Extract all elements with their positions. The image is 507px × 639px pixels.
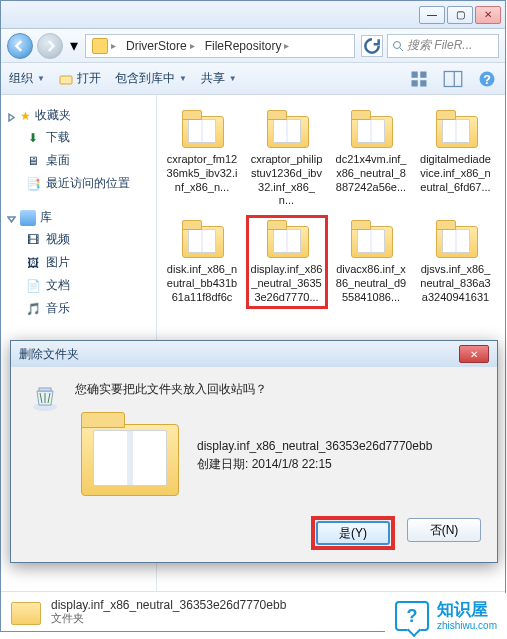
picture-icon: 🖼 (25, 255, 41, 271)
folder-item[interactable]: cxraptor_philipstuv1236d_ibv32.inf_x86_n… (248, 107, 326, 211)
document-icon: 📄 (25, 278, 41, 294)
svg-rect-6 (420, 80, 426, 86)
dialog-created: 创建日期: 2014/1/8 22:15 (197, 455, 432, 473)
svg-line-1 (400, 48, 403, 51)
breadcrumb-seg[interactable]: DriverStore (126, 39, 187, 53)
refresh-button[interactable] (361, 35, 383, 57)
search-input[interactable]: 搜索 FileR... (387, 34, 499, 58)
svg-rect-12 (39, 388, 51, 391)
svg-rect-4 (420, 71, 426, 77)
svg-rect-5 (412, 80, 418, 86)
folder-preview-icon (75, 410, 185, 500)
nav-history-dropdown[interactable]: ▾ (67, 36, 81, 56)
download-icon: ⬇ (25, 130, 41, 146)
delete-dialog: 删除文件夹 ✕ 您确实要把此文件夹放入回收站吗？ display.inf_x86… (10, 340, 498, 563)
library-icon (20, 210, 36, 226)
video-icon: 🎞 (25, 232, 41, 248)
folder-item-selected[interactable]: display.inf_x86_neutral_36353e26d7770... (248, 217, 326, 307)
forward-button[interactable] (37, 33, 63, 59)
tree-desktop[interactable]: 🖥桌面 (7, 149, 150, 172)
folder-item[interactable]: dc21x4vm.inf_x86_neutral_8887242a56e... (332, 107, 410, 211)
folder-icon (92, 38, 108, 54)
open-button[interactable]: 打开 (59, 70, 101, 87)
preview-pane-button[interactable] (443, 69, 463, 89)
watermark-icon: ? (395, 601, 429, 631)
help-button[interactable]: ? (477, 69, 497, 89)
folder-item[interactable]: disk.inf_x86_neutral_bb431b61a11f8df6c (163, 217, 241, 307)
open-icon (59, 72, 73, 86)
yes-button[interactable]: 是(Y) (316, 521, 390, 545)
watermark-name: 知识屋 (437, 601, 497, 620)
tree-documents[interactable]: 📄文档 (7, 274, 150, 297)
dialog-filename: display.inf_x86_neutral_36353e26d7770ebb (197, 437, 432, 455)
star-icon: ★ (20, 109, 31, 123)
recycle-icon (29, 381, 61, 413)
svg-rect-2 (60, 76, 72, 84)
search-placeholder: 搜索 FileR... (407, 37, 472, 54)
music-icon: 🎵 (25, 301, 41, 317)
include-library-menu[interactable]: 包含到库中▼ (115, 70, 187, 87)
folder-item[interactable]: cxraptor_fm1236mk5_ibv32.inf_x86_n... (163, 107, 241, 211)
maximize-button[interactable]: ▢ (447, 6, 473, 24)
tree-recent[interactable]: 📑最近访问的位置 (7, 172, 150, 195)
back-button[interactable] (7, 33, 33, 59)
organize-menu[interactable]: 组织▼ (9, 70, 45, 87)
minimize-button[interactable]: — (419, 6, 445, 24)
toolbar: 组织▼ 打开 包含到库中▼ 共享▼ ? (1, 63, 505, 95)
breadcrumb[interactable]: ▸ DriverStore▸ FileRepository▸ (85, 34, 355, 58)
close-button[interactable]: ✕ (475, 6, 501, 24)
folder-item[interactable]: divacx86.inf_x86_neutral_d955841086... (332, 217, 410, 307)
status-type: 文件夹 (51, 612, 286, 625)
view-options-button[interactable] (409, 69, 429, 89)
share-menu[interactable]: 共享▼ (201, 70, 237, 87)
tree-pictures[interactable]: 🖼图片 (7, 251, 150, 274)
svg-point-0 (394, 41, 401, 48)
nav-bar: ▾ ▸ DriverStore▸ FileRepository▸ 搜索 File… (1, 29, 505, 63)
breadcrumb-seg[interactable]: FileRepository (205, 39, 282, 53)
desktop-icon: 🖥 (25, 153, 41, 169)
dialog-close-button[interactable]: ✕ (459, 345, 489, 363)
watermark-url: zhishiwu.com (437, 620, 497, 631)
tree-videos[interactable]: 🎞视频 (7, 228, 150, 251)
no-button[interactable]: 否(N) (407, 518, 481, 542)
dialog-question: 您确实要把此文件夹放入回收站吗？ (75, 381, 479, 398)
libraries-group[interactable]: 库 (7, 207, 150, 228)
svg-rect-7 (444, 71, 462, 86)
svg-text:?: ? (483, 73, 491, 87)
watermark: ? 知识屋 zhishiwu.com (385, 593, 507, 639)
favorites-group[interactable]: ★ 收藏夹 (7, 105, 150, 126)
dialog-title: 删除文件夹 (19, 346, 79, 363)
titlebar: — ▢ ✕ (1, 1, 505, 29)
search-icon (392, 40, 404, 52)
folder-item[interactable]: digitalmediadevice.inf_x86_neutral_6fd67… (417, 107, 495, 211)
tree-music[interactable]: 🎵音乐 (7, 297, 150, 320)
tree-downloads[interactable]: ⬇下载 (7, 126, 150, 149)
svg-rect-3 (412, 71, 418, 77)
dialog-titlebar: 删除文件夹 ✕ (11, 341, 497, 367)
status-filename: display.inf_x86_neutral_36353e26d7770ebb (51, 598, 286, 612)
recent-icon: 📑 (25, 176, 41, 192)
folder-icon (11, 599, 41, 625)
folder-item[interactable]: djsvs.inf_x86_neutral_836a3a3240941631 (417, 217, 495, 307)
